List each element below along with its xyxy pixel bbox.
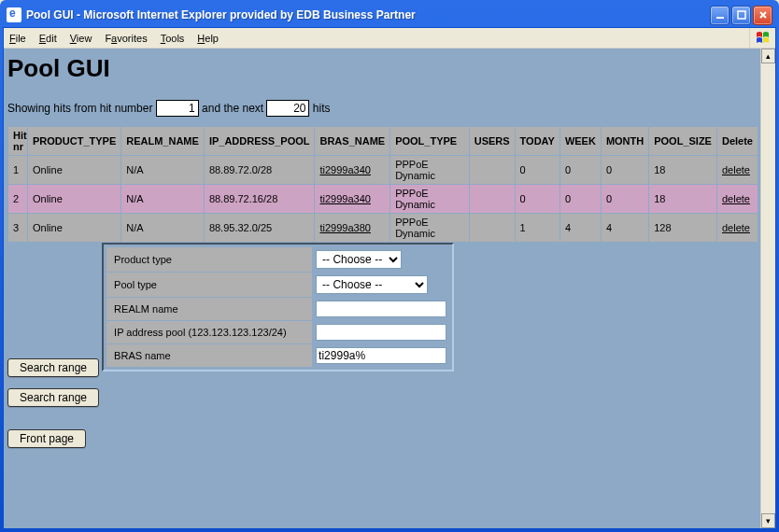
titlebar: Pool GUI - Microsoft Internet Explorer p… [3, 3, 776, 27]
bras-link[interactable]: ti2999a340 [319, 164, 370, 175]
windows-flag-icon [749, 28, 775, 49]
cell-product: Online [28, 185, 120, 213]
cell-ip: 88.89.72.16/28 [205, 185, 315, 213]
bras-link[interactable]: ti2999a340 [319, 193, 370, 204]
cell-week: 0 [560, 185, 601, 213]
window-title: Pool GUI - Microsoft Internet Explorer p… [26, 8, 710, 21]
cell-size: 18 [649, 185, 716, 213]
cell-hit: 3 [8, 214, 27, 242]
scroll-track[interactable] [761, 63, 775, 513]
chrome: File Edit View Favorites Tools Help Pool… [3, 27, 776, 529]
menu-favorites[interactable]: Favorites [105, 33, 147, 44]
th-week: WEEK [560, 127, 601, 155]
menu-help[interactable]: Help [197, 33, 219, 44]
front-page-button[interactable]: Front page [7, 429, 86, 448]
showing-line: Showing hits from hit number and the nex… [7, 100, 758, 117]
menu-view[interactable]: View [70, 33, 92, 44]
cell-delete: delete [717, 185, 758, 213]
cell-month: 4 [602, 214, 648, 242]
menu-file[interactable]: File [9, 33, 26, 44]
cell-month: 0 [602, 156, 648, 184]
hit-count-input[interactable] [266, 100, 309, 117]
search-range-button-bottom[interactable]: Search range [7, 388, 99, 407]
hit-from-input[interactable] [156, 100, 199, 117]
svg-rect-0 [716, 17, 724, 19]
pool-type-label: Pool type [106, 273, 312, 297]
cell-month: 0 [602, 185, 648, 213]
search-range-button-top[interactable]: Search range [7, 358, 99, 377]
th-realm: REALM_NAME [121, 127, 204, 155]
cell-today: 0 [516, 156, 559, 184]
th-today: TODAY [516, 127, 559, 155]
th-month: MONTH [602, 127, 648, 155]
menubar: File Edit View Favorites Tools Help [4, 28, 775, 49]
realm-name-label: REALM name [106, 298, 312, 320]
cell-ip: 88.95.32.0/25 [205, 214, 315, 242]
cell-week: 0 [560, 156, 601, 184]
cell-bras: ti2999a380 [315, 214, 390, 242]
maximize-button[interactable] [731, 6, 751, 25]
page-title: Pool GUI [7, 54, 758, 83]
th-hitnr: Hit nr [8, 127, 27, 155]
cell-ip: 88.89.72.0/28 [205, 156, 315, 184]
cell-size: 18 [649, 156, 716, 184]
bras-name-input[interactable] [316, 347, 446, 364]
th-bras: BRAS_NAME [315, 127, 390, 155]
table-row: 1OnlineN/A88.89.72.0/28ti2999a340PPPoE D… [8, 156, 758, 184]
cell-size: 128 [649, 214, 716, 242]
th-delete: Delete [717, 127, 758, 155]
ip-pool-label: IP address pool (123.123.123.123/24) [106, 321, 312, 343]
cell-product: Online [28, 156, 120, 184]
cell-realm: N/A [121, 185, 204, 213]
bras-link[interactable]: ti2999a380 [319, 222, 370, 233]
cell-bras: ti2999a340 [315, 185, 390, 213]
ie-icon [7, 7, 21, 22]
bras-name-label: BRAS name [106, 344, 312, 367]
cell-pool: PPPoE Dynamic [390, 156, 469, 184]
close-button[interactable] [753, 6, 772, 25]
cell-users [470, 156, 515, 184]
product-type-select[interactable]: -- Choose -- [316, 250, 402, 269]
th-users: USERS [470, 127, 515, 155]
table-row: 3OnlineN/A88.95.32.0/25ti2999a380PPPoE D… [8, 214, 758, 242]
cell-realm: N/A [121, 156, 204, 184]
results-table: Hit nr PRODUCT_TYPE REALM_NAME IP_ADDRES… [7, 126, 758, 243]
cell-realm: N/A [121, 214, 204, 242]
ie-window: Pool GUI - Microsoft Internet Explorer p… [0, 0, 779, 532]
th-product: PRODUCT_TYPE [28, 127, 120, 155]
realm-name-input[interactable] [316, 301, 446, 317]
menu-edit[interactable]: Edit [39, 33, 57, 44]
cell-users [470, 185, 515, 213]
cell-today: 0 [516, 185, 559, 213]
cell-week: 4 [560, 214, 601, 242]
minimize-button[interactable] [710, 6, 729, 25]
cell-delete: delete [717, 214, 758, 242]
vertical-scrollbar[interactable]: ▴ ▾ [760, 49, 775, 528]
cell-today: 1 [516, 214, 559, 242]
page-content: Pool GUI Showing hits from hit number an… [4, 49, 760, 528]
svg-rect-1 [738, 11, 745, 19]
ip-pool-input[interactable] [316, 324, 446, 341]
th-size: POOL_SIZE [649, 127, 716, 155]
cell-bras: ti2999a340 [315, 156, 390, 184]
cell-users [470, 214, 515, 242]
product-type-label: Product type [106, 247, 312, 272]
cell-pool: PPPoE Dynamic [390, 185, 469, 213]
scroll-down-button[interactable]: ▾ [761, 513, 775, 528]
pool-type-select[interactable]: -- Choose -- [316, 275, 428, 294]
table-row: 2OnlineN/A88.89.72.16/28ti2999a340PPPoE … [8, 185, 758, 213]
cell-hit: 1 [8, 156, 27, 184]
delete-link[interactable]: delete [722, 222, 750, 233]
cell-delete: delete [717, 156, 758, 184]
th-ip: IP_ADDRESS_POOL [205, 127, 315, 155]
cell-pool: PPPoE Dynamic [390, 214, 469, 242]
menu-tools[interactable]: Tools [161, 33, 185, 44]
th-pool: POOL_TYPE [390, 127, 469, 155]
delete-link[interactable]: delete [722, 164, 750, 175]
delete-link[interactable]: delete [722, 193, 750, 204]
search-form: Product type -- Choose -- Pool type [102, 243, 454, 371]
cell-hit: 2 [8, 185, 27, 213]
cell-product: Online [28, 214, 120, 242]
scroll-up-button[interactable]: ▴ [761, 49, 775, 63]
